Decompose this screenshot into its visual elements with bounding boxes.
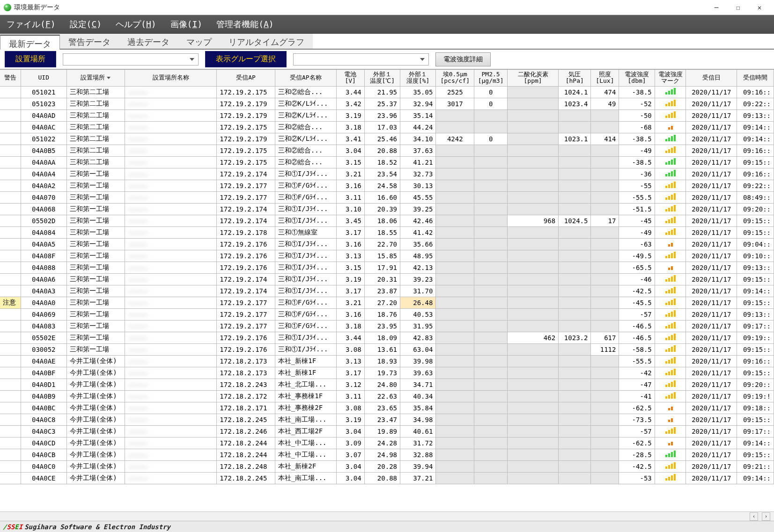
col-header[interactable]: 照度[Lux]: [591, 70, 619, 86]
group-button[interactable]: 表示グループ選択: [205, 51, 287, 67]
menu-c[interactable]: 設定(C): [67, 17, 105, 32]
col-header[interactable]: UID: [21, 70, 66, 86]
table-row[interactable]: 04A0BF今井工場(全体)—————172.18.2.173本社_新棟1F3.…: [0, 367, 774, 379]
col-header[interactable]: PM2.5[μg/m3]: [474, 70, 508, 86]
table-row[interactable]: 04A0B9今井工場(全体)—————172.18.2.172本社_事務棟1F3…: [0, 390, 774, 402]
tab-2[interactable]: 過去データ: [119, 34, 178, 49]
warn-cell: [0, 86, 21, 98]
col-header[interactable]: 設置場所: [66, 70, 125, 86]
warn-cell: [0, 402, 21, 414]
signal-icon: [665, 310, 676, 317]
table-row[interactable]: 04A0B5三和第二工場—————172.19.2.175三和②総合...3.0…: [0, 145, 774, 156]
menu-f[interactable]: ファイル(F): [4, 17, 59, 32]
col-header[interactable]: 二酸化炭素[ppm]: [508, 70, 559, 86]
menu-i[interactable]: 画像(I): [168, 17, 206, 32]
minimize-button[interactable]: ─: [706, 0, 727, 15]
location-select[interactable]: [63, 53, 199, 66]
table-row[interactable]: 04A084三和第一工場—————172.19.2.178三和①無線室3.171…: [0, 226, 774, 238]
table-row[interactable]: 04A0AC三和第二工場—————172.19.2.175三和②総合...3.1…: [0, 121, 774, 133]
warn-cell: [0, 215, 21, 226]
warn-cell: [0, 262, 21, 273]
warn-cell: [0, 449, 21, 460]
signal-icon: [665, 135, 676, 141]
col-header[interactable]: 警告: [0, 70, 21, 86]
company-name: Sugihara Software & Electron Industry: [24, 523, 170, 531]
col-header[interactable]: 電波強度[dbm]: [619, 70, 655, 86]
table-row[interactable]: 04A0CE今井工場(全体)—————172.18.2.245本社_南工場...…: [0, 472, 774, 484]
table-row[interactable]: 04A0C0今井工場(全体)—————172.18.2.248本社_新棟2F3.…: [0, 460, 774, 472]
table-row[interactable]: 04A0A4三和第一工場—————172.19.2.174三和①I/Jﾗｲ...…: [0, 168, 774, 180]
signal-icon: [665, 228, 676, 235]
table-row[interactable]: 04A0CD今井工場(全体)—————172.18.2.244本社_中工場...…: [0, 437, 774, 449]
warn-cell: [0, 109, 21, 121]
table-row[interactable]: 04A0D1今井工場(全体)—————172.18.2.243本社_北工場...…: [0, 379, 774, 390]
signal-icon: [668, 240, 673, 247]
tab-1[interactable]: 警告データ: [60, 34, 119, 49]
menu-a[interactable]: 管理者機能(A): [214, 17, 277, 32]
signal-icon: [665, 193, 676, 200]
signal-icon: [665, 357, 676, 364]
table-row[interactable]: 04A068三和第一工場—————172.19.2.174三和①I/Jﾗｲ...…: [0, 203, 774, 215]
tab-0[interactable]: 最新データ: [0, 35, 60, 50]
table-row[interactable]: 05502E三和第一工場—————172.19.2.176三和①I/Jﾗｲ...…: [0, 332, 774, 343]
col-header[interactable]: 受信AP: [217, 70, 275, 86]
warn-cell: [0, 320, 21, 332]
tab-3[interactable]: マップ: [178, 34, 220, 49]
table-row[interactable]: 04A0AE今井工場(全体)—————172.18.2.173本社_新棟1F3.…: [0, 355, 774, 367]
signal-icon: [665, 170, 676, 176]
table-row[interactable]: 04A069三和第一工場—————172.19.2.177三和①F/Gﾗｲ...…: [0, 308, 774, 320]
table-row[interactable]: 04A0AA三和第二工場—————172.19.2.175三和②総合...3.1…: [0, 156, 774, 168]
warn-cell: [0, 285, 21, 297]
table-row[interactable]: 04A0BC今井工場(全体)—————172.18.2.171本社_事務棟2F3…: [0, 402, 774, 414]
col-header[interactable]: 外部１湿度[%]: [400, 70, 436, 86]
signal-detail-button[interactable]: 電波強度詳細: [435, 52, 491, 66]
table-row[interactable]: 04A0CB今井工場(全体)—————172.18.2.244本社_中工場...…: [0, 449, 774, 460]
tab-4[interactable]: リアルタイムグラフ: [220, 34, 313, 49]
signal-icon: [665, 380, 676, 387]
col-header[interactable]: 設置場所名称: [125, 70, 217, 86]
table-row[interactable]: 04A0C8今井工場(全体)—————172.18.2.245本社_南工場...…: [0, 414, 774, 425]
table-row[interactable]: 注意04A0A0三和第一工場—————172.19.2.177三和①F/Gﾗｲ.…: [0, 297, 774, 308]
scroll-right-icon[interactable]: ›: [762, 512, 770, 521]
data-grid[interactable]: 警告UID設置場所設置場所名称受信AP受信AP名称電池[V]外部１温度[℃]外部…: [0, 69, 774, 511]
signal-icon: [665, 392, 676, 399]
col-header[interactable]: 気圧[hPa]: [559, 70, 591, 86]
table-row[interactable]: 04A0A5三和第一工場—————172.19.2.176三和①I/Jﾗｲ...…: [0, 238, 774, 250]
col-header[interactable]: 受信AP名称: [275, 70, 336, 86]
warn-cell: [0, 425, 21, 437]
col-header[interactable]: 受信日: [686, 70, 737, 86]
warn-cell: [0, 460, 21, 472]
table-row[interactable]: 051021三和第二工場—————172.19.2.175三和②総合...3.4…: [0, 86, 774, 98]
table-row[interactable]: 051023三和第二工場—————172.19.2.179三和②K/Lﾗｲ...…: [0, 98, 774, 109]
maximize-button[interactable]: ☐: [727, 0, 749, 15]
signal-icon: [665, 334, 676, 340]
table-row[interactable]: 04A08F三和第一工場—————172.19.2.176三和①I/Jﾗｲ...…: [0, 250, 774, 262]
warn-cell: [0, 121, 21, 133]
table-row[interactable]: 030052三和第一工場—————172.19.2.176三和①I/Jﾗｲ...…: [0, 343, 774, 355]
warn-cell: [0, 437, 21, 449]
location-button[interactable]: 設置場所: [5, 51, 56, 67]
scroll-left-icon[interactable]: ‹: [750, 512, 758, 521]
table-row[interactable]: 04A0A6三和第一工場—————172.19.2.174三和①I/Jﾗｲ...…: [0, 273, 774, 285]
col-header[interactable]: 外部１温度[℃]: [364, 70, 400, 86]
table-row[interactable]: 04A0A2三和第一工場—————172.19.2.177三和①F/Gﾗｲ...…: [0, 180, 774, 191]
col-header[interactable]: 電波強度マーク: [655, 70, 686, 86]
table-row[interactable]: 04A070三和第一工場—————172.19.2.177三和①F/Gﾗｲ...…: [0, 191, 774, 203]
menu-h[interactable]: ヘルプ(H): [113, 17, 159, 32]
col-header[interactable]: 受信時間: [737, 70, 774, 86]
app-icon: [4, 4, 11, 11]
col-header[interactable]: 電池[V]: [336, 70, 364, 86]
col-header[interactable]: 埃0.5μm[pcs/cf]: [436, 70, 474, 86]
warn-cell: [0, 343, 21, 355]
table-row[interactable]: 04A0C3今井工場(全体)—————172.18.2.246本社_西工場2F3…: [0, 425, 774, 437]
horizontal-scrollbar[interactable]: ‹ ›: [0, 511, 774, 521]
table-row[interactable]: 051022三和第二工場—————172.19.2.179三和②K/Lﾗｲ...…: [0, 133, 774, 145]
table-row[interactable]: 04A0AD三和第二工場—————172.19.2.179三和②K/Lﾗｲ...…: [0, 109, 774, 121]
table-row[interactable]: 05502D三和第一工場—————172.19.2.174三和①I/Jﾗｲ...…: [0, 215, 774, 226]
close-button[interactable]: ✕: [749, 0, 770, 15]
table-row[interactable]: 04A083三和第一工場—————172.19.2.177三和①F/Gﾗｲ...…: [0, 320, 774, 332]
table-row[interactable]: 04A0A3三和第一工場—————172.19.2.174三和①I/Jﾗｲ...…: [0, 285, 774, 297]
group-select[interactable]: [293, 53, 429, 66]
table-row[interactable]: 04A088三和第一工場—————172.19.2.176三和①I/Jﾗｲ...…: [0, 262, 774, 273]
signal-icon: [665, 182, 676, 188]
